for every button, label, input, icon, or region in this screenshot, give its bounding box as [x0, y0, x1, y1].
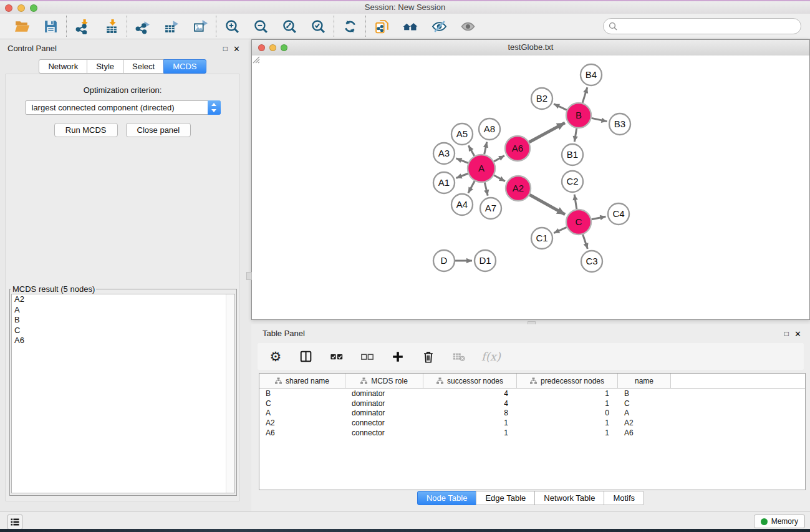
graph-node-C3[interactable]: C3 [581, 251, 602, 272]
graph-edge-C-C1[interactable] [554, 227, 567, 233]
save-session-button[interactable] [42, 18, 59, 34]
graph-edge-A-A3[interactable] [456, 158, 468, 163]
hide-elements-button[interactable] [431, 18, 447, 34]
network-window-titlebar[interactable]: testGlobe.txt [252, 40, 809, 56]
graph-edge-A-A7[interactable] [485, 182, 488, 195]
tab-network[interactable]: Network [39, 59, 87, 74]
zoom-fit-button[interactable] [281, 18, 297, 34]
graph-node-A7[interactable]: A7 [480, 198, 501, 219]
optimization-select[interactable]: largest connected component (directed) [25, 100, 221, 115]
network-snapshot-button[interactable] [374, 18, 390, 34]
graph-edge-A-A6[interactable] [494, 156, 504, 162]
table-row-a6[interactable]: A6connector11A6 [259, 428, 805, 438]
close-panel-icon[interactable]: ✕ [233, 44, 240, 54]
zoom-in-button[interactable] [224, 18, 240, 34]
table-row-a[interactable]: Adominator80A [259, 409, 805, 418]
zoom-selected-button[interactable] [310, 18, 326, 34]
task-history-button[interactable] [7, 515, 22, 530]
graph-node-B[interactable]: B [566, 103, 591, 128]
graph-node-C1[interactable]: C1 [531, 228, 552, 249]
delete-table-button[interactable] [451, 349, 467, 365]
graph-edge-B-B2[interactable] [554, 104, 567, 110]
graph-node-A6[interactable]: A6 [505, 136, 530, 161]
import-table-button[interactable] [103, 18, 119, 34]
graph-node-C4[interactable]: C4 [608, 203, 629, 225]
graph-node-D[interactable]: D [433, 250, 455, 271]
graph-edge-C-C4[interactable] [592, 216, 606, 220]
memory-button[interactable]: Memory [754, 515, 805, 528]
column-header-name[interactable]: name [618, 374, 671, 388]
graph-edge-A-A4[interactable] [468, 181, 475, 193]
home-view-button[interactable] [402, 18, 418, 34]
result-item-b[interactable]: B [12, 315, 234, 326]
result-item-a[interactable]: A [12, 305, 234, 316]
result-item-a2[interactable]: A2 [12, 294, 234, 305]
graph-node-A2[interactable]: A2 [506, 176, 531, 201]
tab-select[interactable]: Select [123, 59, 164, 74]
graph-node-B1[interactable]: B1 [562, 144, 583, 165]
graph-node-A5[interactable]: A5 [451, 123, 473, 145]
run-mcds-button[interactable]: Run MCDS [54, 123, 118, 137]
graph-node-A4[interactable]: A4 [451, 194, 473, 215]
graph-edge-B-B1[interactable] [574, 128, 576, 142]
close-panel-button[interactable]: Close panel [126, 123, 191, 137]
search-input[interactable] [620, 21, 796, 32]
column-header-shared-name[interactable]: shared name [259, 374, 345, 388]
tab-node-table[interactable]: Node Table [417, 491, 477, 505]
graph-edge-B-B3[interactable] [592, 118, 607, 121]
result-item-a6[interactable]: A6 [12, 336, 234, 346]
graph-node-D1[interactable]: D1 [475, 250, 496, 271]
show-elements-button[interactable] [460, 18, 476, 34]
graph-node-A1[interactable]: A1 [433, 172, 455, 193]
export-table-button[interactable] [163, 18, 180, 34]
add-column-button[interactable] [390, 349, 406, 365]
graph-node-B3[interactable]: B3 [609, 114, 630, 135]
export-image-button[interactable] [192, 18, 208, 34]
table-mode-button[interactable]: ⚙ [268, 349, 284, 365]
column-header-MCDS-role[interactable]: MCDS role [345, 374, 423, 388]
select-all-columns-button[interactable] [329, 349, 345, 365]
table-row-c[interactable]: Cdominator41C [259, 399, 805, 409]
graph-node-C[interactable]: C [566, 210, 591, 235]
graph-node-A[interactable]: A [468, 155, 495, 182]
refresh-layout-button[interactable] [342, 18, 358, 34]
graph-edge-A-A1[interactable] [456, 173, 468, 178]
graph-edge-A-A2[interactable] [494, 175, 505, 181]
close-table-panel-icon[interactable]: ✕ [794, 329, 801, 339]
tab-edge-table[interactable]: Edge Table [476, 491, 535, 505]
result-scrollbar[interactable] [226, 294, 234, 493]
graph-node-B4[interactable]: B4 [581, 64, 602, 85]
zoom-out-button[interactable] [253, 18, 269, 34]
graph-edge-C-C2[interactable] [574, 195, 577, 209]
column-header-successor-nodes[interactable]: successor nodes [423, 374, 517, 388]
delete-column-button[interactable] [420, 349, 436, 365]
graph-edge-A6-B[interactable] [529, 123, 565, 142]
graph-node-A8[interactable]: A8 [479, 118, 500, 140]
float-panel-icon[interactable]: □ [223, 44, 228, 53]
tab-style[interactable]: Style [87, 59, 123, 74]
deselect-all-columns-button[interactable] [359, 349, 375, 365]
graph-node-C2[interactable]: C2 [562, 171, 583, 192]
tab-mcds[interactable]: MCDS [163, 59, 206, 74]
tab-motifs[interactable]: Motifs [604, 491, 644, 505]
float-table-panel-icon[interactable]: □ [784, 329, 789, 338]
export-network-button[interactable] [135, 18, 151, 34]
table-row-b[interactable]: Bdominator41B [259, 389, 805, 399]
graph-edge-C-C3[interactable] [583, 235, 588, 249]
vertical-split-grip[interactable] [246, 272, 252, 280]
column-header-predecessor-nodes[interactable]: predecessor nodes [517, 374, 618, 388]
open-session-button[interactable] [14, 18, 30, 34]
tab-network-table[interactable]: Network Table [534, 491, 604, 505]
graph-edge-A-A8[interactable] [485, 142, 487, 155]
graph-edge-A-A5[interactable] [468, 145, 474, 156]
import-network-button[interactable] [74, 18, 90, 34]
graph-edge-A2-C[interactable] [529, 195, 565, 215]
resize-grip-icon[interactable] [252, 56, 260, 64]
table-row-a2[interactable]: A2connector11A2 [259, 418, 805, 428]
graph-node-A3[interactable]: A3 [433, 143, 455, 164]
graph-node-B2[interactable]: B2 [531, 88, 552, 109]
function-builder-button[interactable]: f(x) [481, 349, 501, 365]
graph-edge-B-B4[interactable] [582, 87, 587, 103]
show-columns-button[interactable] [298, 349, 314, 365]
result-item-c[interactable]: C [12, 326, 234, 336]
